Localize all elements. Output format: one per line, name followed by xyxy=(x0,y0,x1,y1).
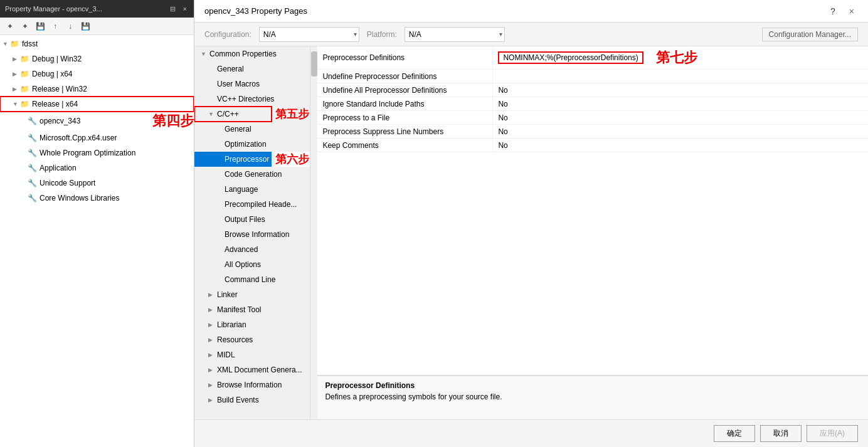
prop-row-undefine: Undefine Preprocessor Definitions xyxy=(317,70,868,83)
dtree-label: General xyxy=(217,63,244,75)
ok-button[interactable]: 确定 xyxy=(714,425,755,442)
tree-scrollbar-thumb[interactable] xyxy=(311,51,317,76)
tree-item-application[interactable]: 🔧 Application xyxy=(0,160,194,176)
dtree-code-gen[interactable]: Code Generation xyxy=(194,167,310,182)
dtree-advanced[interactable]: Advanced xyxy=(194,242,310,257)
prop-value[interactable]: No xyxy=(493,139,868,152)
config-select[interactable]: N/A xyxy=(259,27,359,42)
dtree-common-props[interactable]: ▼ Common Properties xyxy=(194,46,310,61)
tree-item-release-win32[interactable]: ▶ 📁 Release | Win32 xyxy=(0,82,194,97)
prop-value[interactable]: No xyxy=(493,83,868,97)
cancel-button[interactable]: 取消 xyxy=(760,425,802,442)
config-manager-btn[interactable]: Configuration Manager... xyxy=(762,28,858,41)
arrow-icon xyxy=(20,192,28,204)
dtree-label: Browse Information xyxy=(217,379,282,391)
dtree-cpp-general[interactable]: General xyxy=(194,122,310,137)
dtree-language[interactable]: Language xyxy=(194,182,310,197)
tree-label-release-x64: Release | x64 xyxy=(32,98,78,110)
toolbar-star-btn[interactable]: ✦ xyxy=(4,20,16,33)
tree-label-core-windows: Core Windows Libraries xyxy=(40,192,119,204)
tree-item-debug-x64[interactable]: ▶ 📁 Debug | x64 xyxy=(0,66,194,82)
dtree-command-line[interactable]: Command Line xyxy=(194,272,310,287)
prop-name: Preprocess to a File xyxy=(317,111,493,124)
prop-name: Preprocess Suppress Line Numbers xyxy=(317,125,493,138)
tree-scrollbar[interactable] xyxy=(310,46,317,419)
properties-grid: Preprocessor Definitions NOMINMAX;%(Prep… xyxy=(317,46,868,376)
dtree-label: Advanced xyxy=(225,244,258,255)
dtree-label: Build Events xyxy=(217,394,259,406)
dtree-general[interactable]: General xyxy=(194,61,310,76)
dtree-precompiled[interactable]: Precompiled Heade... xyxy=(194,197,310,212)
apply-button[interactable]: 应用(A) xyxy=(807,425,858,442)
dtree-browse-info-2[interactable]: ▶ Browse Information xyxy=(194,377,310,392)
platform-select[interactable]: N/A xyxy=(405,27,505,42)
tree-item-unicode[interactable]: 🔧 Unicode Support xyxy=(0,176,194,191)
dtree-label: XML Document Genera... xyxy=(217,364,302,376)
toolbar-add-btn[interactable]: ✦ xyxy=(19,20,31,33)
tree-item-whole-program[interactable]: 🔧 Whole Program Optimization xyxy=(0,145,194,160)
dtree-resources[interactable]: ▶ Resources xyxy=(194,332,310,347)
wrench-icon: 🔧 xyxy=(28,192,37,204)
tree-item-debug-win32[interactable]: ▶ 📁 Debug | Win32 xyxy=(0,51,194,66)
dialog-tree-area: ▼ Common Properties General User Macros xyxy=(194,46,317,419)
dtree-vc-dirs[interactable]: VC++ Directories xyxy=(194,92,310,107)
tree-item-ms-cpp[interactable]: 🔧 Microsoft.Cpp.x64.user xyxy=(0,130,194,145)
arrow-icon xyxy=(208,93,217,105)
panel-title-buttons: ⊟ × xyxy=(168,5,189,13)
wrench-icon: 🔧 xyxy=(28,162,37,174)
dtree-all-options[interactable]: All Options xyxy=(194,257,310,272)
toolbar-save-btn[interactable]: 💾 xyxy=(34,20,46,33)
tree-item-core-windows[interactable]: 🔧 Core Windows Libraries xyxy=(0,191,194,206)
dtree-user-macros[interactable]: User Macros xyxy=(194,76,310,92)
dtree-midl[interactable]: ▶ MIDL xyxy=(194,347,310,362)
dtree-optimization[interactable]: Optimization xyxy=(194,137,310,152)
prop-row-keep-comments: Keep Comments No xyxy=(317,139,868,152)
tree-item-opencv-343[interactable]: 🔧 opencv_343 xyxy=(0,113,149,129)
help-btn[interactable]: ? xyxy=(825,5,840,18)
property-manager-panel: Property Manager - opencv_3... ⊟ × ✦ ✦ 💾… xyxy=(0,0,194,447)
dtree-manifest[interactable]: ▶ Manifest Tool xyxy=(194,302,310,317)
arrow-icon: ▶ xyxy=(13,83,20,95)
dtree-label: Command Line xyxy=(225,274,275,285)
step6-annotation: 第六步 xyxy=(275,152,310,167)
tree-item-release-x64[interactable]: ▼ 📁 Release | x64 xyxy=(0,97,194,112)
panel-close-btn[interactable]: × xyxy=(181,5,189,13)
arrow-icon: ▶ xyxy=(208,394,217,406)
prop-value[interactable]: No xyxy=(493,111,868,124)
dtree-browse-info-1[interactable]: Browse Information xyxy=(194,227,310,242)
toolbar-save2-btn[interactable]: 💾 xyxy=(79,20,92,33)
dtree-preprocessor[interactable]: Preprocessor xyxy=(194,152,272,167)
folder-icon: 📁 xyxy=(10,38,19,50)
tree-label: Release | Win32 xyxy=(32,83,87,95)
prop-value[interactable]: No xyxy=(493,125,868,138)
dtree-librarian[interactable]: ▶ Librarian xyxy=(194,317,310,332)
panel-pin-btn[interactable]: ⊟ xyxy=(168,5,177,13)
arrow-icon xyxy=(20,132,28,144)
dtree-linker[interactable]: ▶ Linker xyxy=(194,287,310,302)
dtree-cpp[interactable]: ▼ C/C++ xyxy=(194,107,272,122)
toolbar-down-btn[interactable]: ↓ xyxy=(64,20,77,33)
props-desc-text: Defines a preprocessing symbols for your… xyxy=(325,392,860,401)
toolbar-up-btn[interactable]: ↑ xyxy=(49,20,61,33)
dtree-label: VC++ Directories xyxy=(217,93,274,105)
dtree-label: Common Properties xyxy=(209,48,277,60)
dtree-xml-doc[interactable]: ▶ XML Document Genera... xyxy=(194,362,310,377)
prop-value[interactable] xyxy=(493,70,868,83)
tree-label: Debug | x64 xyxy=(32,68,73,80)
dialog-close-btn[interactable]: × xyxy=(845,5,858,18)
prop-name: Preprocessor Definitions xyxy=(317,46,493,69)
dtree-label: All Options xyxy=(225,259,261,270)
prop-name: Undefine All Preprocessor Definitions xyxy=(317,83,493,97)
step7-annotation: 第七步 xyxy=(656,48,697,67)
prop-value[interactable]: No xyxy=(493,97,868,110)
prop-row-undefine-all: Undefine All Preprocessor Definitions No xyxy=(317,83,868,97)
dtree-build-events[interactable]: ▶ Build Events xyxy=(194,392,310,408)
arrow-icon xyxy=(216,229,225,240)
dtree-label: Browse Information xyxy=(225,229,289,240)
tree-item-fdsst[interactable]: ▼ 📁 fdsst xyxy=(0,36,194,51)
dtree-label: Optimization xyxy=(225,139,267,150)
dtree-output-files[interactable]: Output Files xyxy=(194,212,310,227)
property-pages-dialog: opencv_343 Property Pages ? × Configurat… xyxy=(194,0,868,447)
dtree-label: C/C++ xyxy=(217,108,239,120)
prop-value[interactable]: NOMINMAX;%(PreprocessorDefinitions) 第七步 xyxy=(493,46,868,69)
